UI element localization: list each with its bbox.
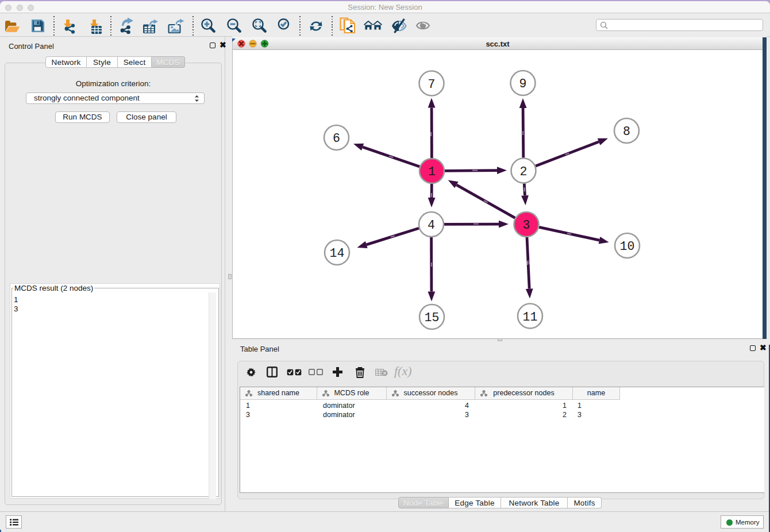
svg-text:11: 11 [523, 310, 538, 324]
svg-text:8: 8 [623, 125, 630, 138]
svg-text:2: 2 [520, 165, 528, 179]
svg-text:4: 4 [428, 218, 435, 232]
svg-text:7: 7 [428, 78, 436, 91]
svg-text:3: 3 [523, 218, 530, 232]
svg-text:14: 14 [330, 246, 345, 260]
svg-text:15: 15 [425, 311, 440, 325]
svg-text:6: 6 [333, 132, 340, 145]
svg-text:10: 10 [620, 240, 635, 253]
svg-text:1: 1 [428, 165, 436, 179]
svg-text:9: 9 [519, 77, 527, 91]
